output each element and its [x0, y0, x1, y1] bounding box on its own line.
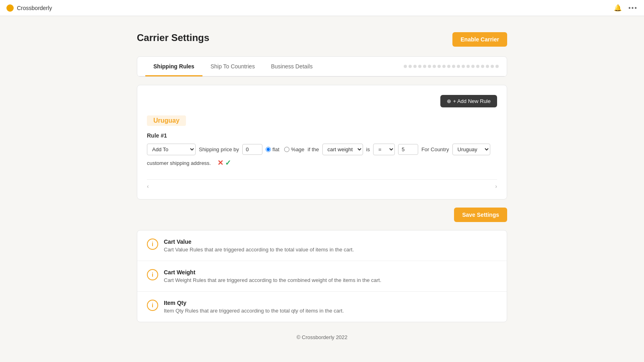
- operator-select[interactable]: = > < >= <= !=: [373, 144, 395, 155]
- dot: [491, 65, 494, 68]
- dot: [471, 65, 475, 68]
- rule-row: Add To Subtract From Set To Shipping pri…: [147, 144, 497, 167]
- dot: [457, 65, 460, 68]
- action-select[interactable]: Add To Subtract From Set To: [147, 144, 196, 155]
- svg-point-0: [8, 6, 12, 10]
- for-country-text: For Country: [421, 146, 449, 152]
- dot: [442, 65, 446, 68]
- item-qty-text: Item Qty Item Qty Rules that are trigger…: [164, 300, 344, 314]
- action-icons: ✕ ✓: [217, 158, 231, 167]
- flat-radio[interactable]: [266, 147, 271, 152]
- plus-icon: ⊕: [447, 98, 451, 104]
- topbar-actions: 🔔 •••: [614, 4, 638, 12]
- brand-icon: [6, 4, 14, 12]
- dot: [447, 65, 450, 68]
- cart-weight-text: Cart Weight Cart Weight Rules that are t…: [164, 269, 381, 283]
- scroll-right-arrow[interactable]: ›: [495, 183, 497, 189]
- scroll-left-arrow[interactable]: ‹: [147, 183, 149, 189]
- item-qty-title: Item Qty: [164, 300, 344, 306]
- cart-weight-desc: Cart Weight Rules that are triggered acc…: [164, 277, 381, 283]
- dot: [466, 65, 470, 68]
- add-new-rule-button[interactable]: ⊕ + Add New Rule: [440, 95, 497, 107]
- footer-text: © Crossborderly 2022: [297, 334, 348, 340]
- threshold-input[interactable]: [398, 144, 418, 155]
- percentage-label: %age: [291, 146, 304, 152]
- is-text: is: [366, 146, 370, 152]
- more-icon[interactable]: •••: [628, 4, 638, 12]
- notification-icon[interactable]: 🔔: [614, 4, 622, 12]
- dot: [413, 65, 417, 68]
- enable-carrier-button[interactable]: Enable Carrier: [452, 32, 507, 47]
- percentage-radio-label[interactable]: %age: [284, 146, 304, 152]
- dot: [428, 65, 431, 68]
- dot: [433, 65, 436, 68]
- condition-select[interactable]: cart weight cart value item qty: [322, 144, 363, 155]
- cart-weight-info-item: i Cart Weight Cart Weight Rules that are…: [137, 261, 507, 292]
- amount-input[interactable]: [242, 144, 262, 155]
- if-text: if the: [308, 146, 319, 152]
- brand-name: Crossborderly: [17, 5, 52, 11]
- topbar: Crossborderly 🔔 •••: [0, 0, 644, 16]
- save-row: Save Settings: [137, 208, 507, 222]
- cart-value-desc: Cart Value Rules that are triggered acco…: [164, 247, 354, 253]
- rules-card-header: ⊕ + Add New Rule: [147, 95, 497, 107]
- tab-ship-to-countries[interactable]: Ship To Countries: [202, 57, 263, 76]
- cart-weight-icon: i: [147, 269, 158, 280]
- dot: [452, 65, 455, 68]
- brand: Crossborderly: [6, 4, 52, 12]
- footer: © Crossborderly 2022: [137, 322, 507, 352]
- tabs-decoration: [402, 61, 499, 72]
- page-title: Carrier Settings: [137, 32, 209, 43]
- radio-group: flat %age: [266, 146, 305, 152]
- item-qty-icon: i: [147, 300, 158, 311]
- suffix-text: customer shipping address.: [147, 160, 211, 166]
- rule-number: Rule #1: [147, 132, 497, 139]
- cart-weight-title: Cart Weight: [164, 269, 381, 276]
- page-header: Carrier Settings Enable Carrier: [137, 32, 507, 47]
- item-qty-desc: Item Qty Rules that are triggered accord…: [164, 308, 344, 314]
- dot: [418, 65, 421, 68]
- tabs-card: Shipping Rules Ship To Countries Busines…: [137, 56, 507, 77]
- tab-shipping-rules[interactable]: Shipping Rules: [145, 57, 202, 76]
- cancel-rule-icon[interactable]: ✕: [217, 158, 223, 167]
- cart-value-title: Cart Value: [164, 239, 354, 245]
- country-label: Uruguay: [147, 115, 186, 126]
- dot: [481, 65, 484, 68]
- dot: [495, 65, 499, 68]
- flat-label: flat: [272, 146, 279, 152]
- dot: [423, 65, 426, 68]
- flat-radio-label[interactable]: flat: [266, 146, 279, 152]
- main-content: Carrier Settings Enable Carrier Shipping…: [129, 16, 515, 362]
- dot: [438, 65, 441, 68]
- dot: [486, 65, 489, 68]
- cart-value-info-item: i Cart Value Cart Value Rules that are t…: [137, 230, 507, 261]
- dot: [476, 65, 479, 68]
- tabs-row: Shipping Rules Ship To Countries Busines…: [137, 57, 507, 76]
- save-settings-button[interactable]: Save Settings: [454, 208, 507, 222]
- dot: [409, 65, 412, 68]
- info-card: i Cart Value Cart Value Rules that are t…: [137, 230, 507, 322]
- confirm-rule-icon[interactable]: ✓: [225, 158, 231, 167]
- shipping-price-text: Shipping price by: [199, 146, 239, 152]
- tab-business-details[interactable]: Business Details: [263, 57, 321, 76]
- dot: [404, 65, 407, 68]
- country-select[interactable]: Uruguay Argentina Brazil Chile: [452, 144, 490, 155]
- item-qty-info-item: i Item Qty Item Qty Rules that are trigg…: [137, 292, 507, 322]
- percentage-radio[interactable]: [284, 147, 289, 152]
- add-new-rule-label: + Add New Rule: [453, 98, 491, 104]
- cart-value-text: Cart Value Cart Value Rules that are tri…: [164, 239, 354, 253]
- rules-card: ⊕ + Add New Rule Uruguay Rule #1 Add To …: [137, 85, 507, 200]
- dot: [462, 65, 465, 68]
- cart-value-icon: i: [147, 239, 158, 250]
